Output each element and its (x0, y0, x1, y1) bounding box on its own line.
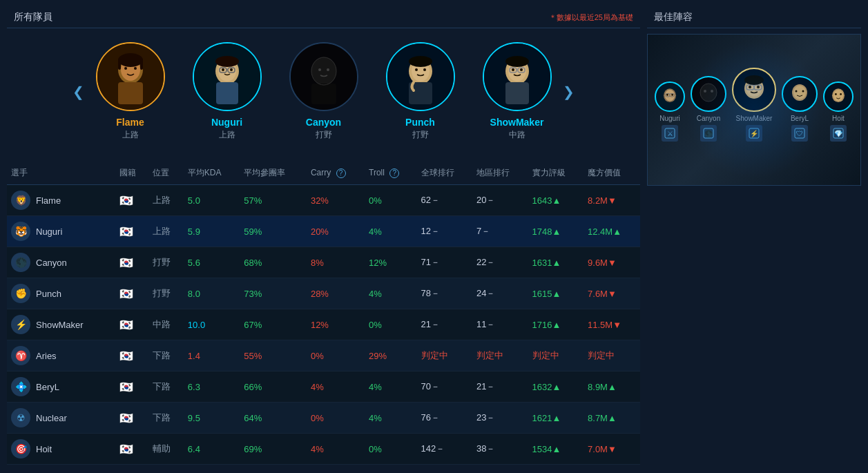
player-card-punch[interactable]: Punch 打野 (379, 42, 462, 141)
cell-kda-showmaker: 10.0 (184, 309, 240, 340)
cell-troll-nuguri: 4% (365, 216, 416, 247)
troll-help-icon[interactable]: ? (389, 168, 399, 178)
svg-point-16 (215, 56, 239, 67)
svg-point-3 (124, 67, 127, 70)
mini-avatar-nuguri: 🐯 (11, 222, 30, 241)
player-name-cell: Canyon (36, 258, 67, 268)
cell-role-punch: 打野 (148, 278, 184, 309)
champ-item-canyon: Canyon 🌑 (691, 76, 726, 142)
cell-rating-canyon: 1631▲ (528, 247, 584, 278)
player-card-canyon[interactable]: Canyon 打野 (282, 42, 365, 141)
cell-global-rank-nuclear: 76－ (417, 403, 473, 434)
flag-icon: 🇰🇷 (119, 226, 133, 238)
table-row[interactable]: ♈ Aries 🇰🇷 下路 1.4 55% 0% 29% 判定中 判定中 判定中… (7, 340, 640, 371)
cell-global-rank-flame: 62－ (417, 185, 473, 216)
carry-help-icon[interactable]: ? (336, 168, 346, 178)
svg-point-40 (671, 94, 673, 96)
cell-troll-beryl: 4% (365, 371, 416, 403)
cell-rating-beryl: 1632▲ (528, 371, 584, 403)
svg-point-63 (793, 86, 806, 99)
cell-value-hoit: 7.0M▼ (584, 434, 640, 465)
players-row: Flame 上路 (89, 42, 559, 141)
svg-point-20 (318, 68, 321, 71)
svg-point-59 (744, 75, 764, 85)
cell-value-showmaker: 11.5M▼ (584, 309, 640, 340)
cell-participation-nuclear: 64% (240, 403, 307, 434)
cell-carry-aries: 0% (307, 340, 365, 371)
data-note: ＊數據以最近25局為基礎 (549, 12, 633, 23)
right-panel: 最佳陣容 (647, 7, 861, 465)
cell-region-rank-canyon: 22－ (472, 247, 528, 278)
player-name-cell: Hoit (36, 444, 52, 454)
player-card-flame[interactable]: Flame 上路 (89, 42, 172, 141)
flag-icon: 🇰🇷 (119, 288, 133, 300)
svg-point-49 (711, 90, 713, 93)
cell-flag-nuclear: 🇰🇷 (115, 403, 148, 434)
cell-rating-aries: 判定中 (528, 340, 584, 371)
cell-global-rank-showmaker: 21－ (417, 309, 473, 340)
player-name-cell: Punch (36, 289, 61, 299)
player-role-nuguri: 上路 (219, 129, 235, 141)
flag-icon: 🇰🇷 (119, 443, 133, 455)
player-role-showmaker: 中路 (509, 129, 525, 141)
cell-global-rank-beryl: 70－ (417, 371, 473, 403)
player-card-showmaker[interactable]: ShowMaker 中路 (476, 42, 559, 141)
table-row[interactable]: 🎯 Hoit 🇰🇷 輔助 6.4 69% 4% 0% 142－ 38－ 1534… (7, 434, 640, 465)
champ-item-nuguri: Nuguri ⚔ (655, 81, 685, 142)
svg-point-4 (134, 67, 137, 70)
cell-troll-nuclear: 4% (365, 403, 416, 434)
player-name-cell: Aries (36, 351, 57, 361)
carousel-left-arrow[interactable]: ❮ (68, 81, 89, 102)
svg-rect-7 (140, 59, 143, 70)
cell-value-aries: 判定中 (584, 340, 640, 371)
table-row[interactable]: 🐯 Nuguri 🇰🇷 上路 5.9 59% 20% 4% 12－ 7－ 174… (7, 216, 640, 247)
table-row[interactable]: ⚡ ShowMaker 🇰🇷 中路 10.0 67% 12% 0% 21－ 11… (7, 309, 640, 340)
cell-role-aries: 下路 (148, 340, 184, 371)
flag-icon: 🇰🇷 (119, 381, 133, 393)
best-lineup-title: 最佳陣容 (647, 7, 861, 28)
cell-kda-nuguri: 5.9 (184, 216, 240, 247)
cell-troll-punch: 4% (365, 278, 416, 309)
player-card-nuguri[interactable]: Nuguri 上路 (186, 42, 269, 141)
cell-rating-showmaker: 1716▲ (528, 309, 584, 340)
player-name-cell: BeryL (36, 382, 59, 392)
cell-kda-beryl: 6.3 (184, 371, 240, 403)
section-header: 所有隊員 ＊數據以最近25局為基礎 (7, 7, 640, 28)
cell-global-rank-canyon: 71－ (417, 247, 473, 278)
cell-flag-showmaker: 🇰🇷 (115, 309, 148, 340)
table-row[interactable]: 🌑 Canyon 🇰🇷 打野 5.6 68% 8% 12% 71－ 22－ 16… (7, 247, 640, 278)
col-header-kda: 平均KDA (184, 162, 240, 185)
flag-icon: 🇰🇷 (119, 257, 133, 269)
table-row[interactable]: ☢ Nuclear 🇰🇷 下路 9.5 64% 0% 4% 76－ 23－ 16… (7, 403, 640, 434)
cell-rating-punch: 1615▲ (528, 278, 584, 309)
stats-table: 選手 國籍 位置 平均KDA 平均參團率 Carry ? Troll ? 全球排… (7, 162, 640, 465)
role-icon-hoit: 💎 (830, 125, 847, 142)
cell-role-hoit: 輔助 (148, 434, 184, 465)
player-name-nuguri: Nuguri (211, 117, 242, 128)
svg-point-27 (409, 56, 432, 67)
table-row[interactable]: ✊ Punch 🇰🇷 打野 8.0 73% 28% 4% 78－ 24－ 161… (7, 278, 640, 309)
player-avatar-punch (386, 42, 455, 111)
svg-point-69 (833, 90, 843, 101)
cell-role-beryl: 下路 (148, 371, 184, 403)
champ-portrait-showmaker (732, 68, 776, 112)
flag-icon: 🇰🇷 (119, 319, 133, 331)
table-row[interactable]: 🦁 Flame 🇰🇷 上路 5.0 57% 32% 0% 62－ 20－ 164… (7, 185, 640, 216)
cell-role-canyon: 打野 (148, 247, 184, 278)
cell-troll-showmaker: 0% (365, 309, 416, 340)
player-carousel: ❮ (7, 35, 640, 155)
cell-region-rank-hoit: 38－ (472, 434, 528, 465)
table-row[interactable]: 💠 BeryL 🇰🇷 下路 6.3 66% 4% 4% 70－ 21－ 1632… (7, 371, 640, 403)
svg-rect-18 (311, 84, 336, 104)
col-header-nation: 國籍 (115, 162, 148, 185)
cell-role-nuguri: 上路 (148, 216, 184, 247)
cell-player-canyon: 🌑 Canyon (7, 247, 115, 278)
carousel-right-arrow[interactable]: ❯ (559, 81, 579, 102)
svg-point-54 (749, 86, 751, 88)
cell-flag-hoit: 🇰🇷 (115, 434, 148, 465)
mini-avatar-nuclear: ☢ (11, 408, 30, 427)
svg-rect-9 (216, 82, 238, 104)
mini-avatar-canyon: 🌑 (11, 253, 30, 272)
champ-name-beryl: BeryL (791, 115, 809, 122)
cell-participation-nuguri: 59% (240, 216, 307, 247)
